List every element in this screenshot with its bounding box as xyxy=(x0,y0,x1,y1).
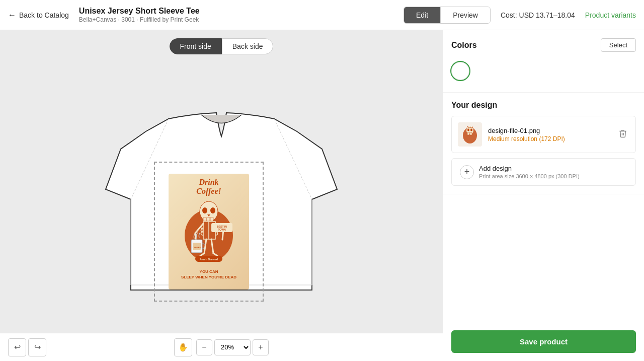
svg-text:TOWN: TOWN xyxy=(218,228,226,231)
add-design-icon: + xyxy=(460,165,474,179)
design-area[interactable]: Drink Coffee! xyxy=(154,162,264,302)
svg-rect-30 xyxy=(467,132,469,135)
side-tabs: Front side Back side xyxy=(170,38,274,54)
header: ← Back to Catalog Unisex Jersey Short Sl… xyxy=(0,0,644,30)
edit-preview-toggle: Edit Preview xyxy=(404,7,491,24)
preview-button[interactable]: Preview xyxy=(440,7,490,23)
product-subtitle: Bella+Canvas · 3001 · Fulfilled by Print… xyxy=(79,16,393,23)
undo-button[interactable]: ↩ xyxy=(8,338,26,356)
save-btn-container: Save product xyxy=(443,322,644,361)
svg-rect-5 xyxy=(207,218,210,221)
bottom-toolbar: ↩ ↪ ✋ − 20% 50% 75% 100% + xyxy=(0,333,443,361)
cost-text: Cost: USD 13.71–18.04 xyxy=(501,11,575,19)
svg-point-28 xyxy=(467,129,469,131)
zoom-in-button[interactable]: + xyxy=(253,339,269,355)
back-arrow-icon: ← xyxy=(8,11,16,20)
canvas-area: Front side Back side xyxy=(0,30,443,361)
add-design-text: Add design Print area size 3600 × 4800 p… xyxy=(479,165,580,179)
your-design-label: Your design xyxy=(451,101,636,110)
svg-rect-4 xyxy=(203,218,206,221)
your-design-section: Your design Drink xyxy=(443,93,644,194)
redo-button[interactable]: ↪ xyxy=(28,338,46,356)
product-variants-link[interactable]: Product variants xyxy=(585,11,636,19)
zoom-out-button[interactable]: − xyxy=(196,339,212,355)
product-title: Unisex Jersey Short Sleeve Tee xyxy=(79,7,393,16)
add-design-subtitle: Print area size 3600 × 4800 px (300 DPI) xyxy=(479,173,580,179)
right-panel: Colors Select Your design xyxy=(443,30,644,361)
svg-text:COFFEE: COFFEE xyxy=(193,246,201,249)
svg-point-3 xyxy=(210,207,215,213)
coffee-title: Drink Coffee! xyxy=(196,178,221,195)
add-design-title: Add design xyxy=(479,165,580,172)
product-info: Unisex Jersey Short Sleeve Tee Bella+Can… xyxy=(79,7,393,23)
main-layout: Front side Back side xyxy=(0,30,644,361)
svg-point-29 xyxy=(470,129,472,131)
skeleton-svg: COFFEE BEST IN TOWN xyxy=(181,195,236,268)
color-swatches xyxy=(451,58,636,84)
back-to-catalog-link[interactable]: ← Back to Catalog xyxy=(8,11,69,20)
tshirt-canvas: Drink Coffee! xyxy=(80,58,362,340)
delete-design-button[interactable] xyxy=(616,127,629,142)
color-swatch-white[interactable] xyxy=(451,62,469,80)
design-resolution: Medium resolution (172 DPI) xyxy=(488,135,610,142)
svg-point-2 xyxy=(202,207,207,213)
back-to-catalog-label: Back to Catalog xyxy=(19,11,69,19)
front-side-tab[interactable]: Front side xyxy=(170,38,222,54)
design-file-info: design-file-01.png Medium resolution (17… xyxy=(488,127,610,142)
svg-rect-31 xyxy=(470,132,472,135)
zoom-controls: − 20% 50% 75% 100% + xyxy=(196,339,269,355)
design-file-card: Drink design-file-01.png Medium resoluti… xyxy=(451,116,636,153)
colors-header: Colors Select xyxy=(451,38,636,52)
edit-button[interactable]: Edit xyxy=(404,7,440,23)
svg-text:Drink: Drink xyxy=(467,126,473,129)
coffee-bottom-text: YOU CAN SLEEP WHEN YOU'RE DEAD xyxy=(181,269,236,280)
design-thumbnail: Drink xyxy=(458,122,482,147)
coffee-design-image: Drink Coffee! xyxy=(169,174,249,290)
save-product-button[interactable]: Save product xyxy=(451,330,636,353)
svg-text:Fresh Brewed: Fresh Brewed xyxy=(200,258,218,261)
select-colors-button[interactable]: Select xyxy=(601,38,636,52)
panel-spacer xyxy=(443,194,644,322)
hand-tool-button[interactable]: ✋ xyxy=(174,338,192,356)
colors-section: Colors Select xyxy=(443,30,644,93)
header-right: Cost: USD 13.71–18.04 Product variants xyxy=(501,11,636,19)
zoom-select[interactable]: 20% 50% 75% 100% xyxy=(214,339,251,355)
design-filename: design-file-01.png xyxy=(488,127,610,134)
svg-rect-6 xyxy=(210,218,213,221)
back-side-tab[interactable]: Back side xyxy=(222,38,274,54)
add-design-card[interactable]: + Add design Print area size 3600 × 4800… xyxy=(451,158,636,186)
colors-label: Colors xyxy=(451,41,477,50)
